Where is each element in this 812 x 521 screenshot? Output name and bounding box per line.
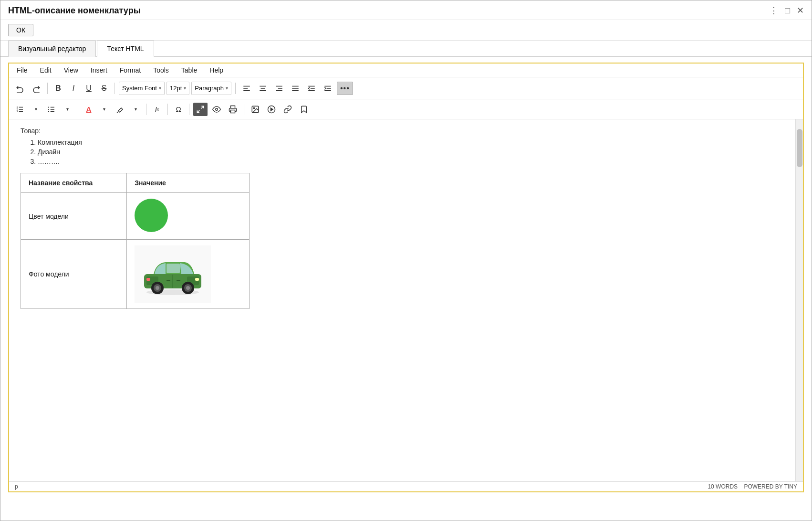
font-color-arrow[interactable]: ▾ [97, 103, 111, 116]
menu-file[interactable]: File [15, 65, 30, 75]
svg-rect-51 [195, 278, 199, 281]
editor-toolbar-1: B I U S System Font ▾ 12pt ▾ Paragraph ▾ [9, 77, 803, 99]
maximize-icon[interactable]: □ [785, 6, 790, 16]
editor-menubar: File Edit View Insert Format Tools Table… [9, 64, 803, 77]
status-info: 10 WORDS POWERED BY TINY [708, 483, 797, 490]
strikethrough-button[interactable]: S [97, 82, 111, 95]
menu-edit[interactable]: Edit [38, 65, 53, 75]
status-element: p [15, 483, 18, 490]
underline-button[interactable]: U [82, 82, 95, 95]
align-justify-button[interactable] [288, 82, 302, 95]
table-header-property: Название свойства [21, 173, 127, 193]
svg-rect-43 [167, 264, 180, 273]
highlight-arrow[interactable]: ▾ [129, 103, 142, 116]
indent-decrease-button[interactable] [304, 82, 319, 95]
table-header-value: Значение [127, 173, 250, 193]
font-family-dropdown[interactable]: System Font ▾ [119, 82, 165, 95]
bold-button[interactable]: B [52, 82, 65, 95]
separator-6 [167, 104, 168, 115]
undo-button[interactable] [13, 82, 27, 95]
separator-1 [47, 83, 48, 94]
tab-visual[interactable]: Визуальный редактор [8, 41, 96, 57]
font-size-dropdown[interactable]: 12pt ▾ [167, 82, 189, 95]
svg-point-49 [186, 286, 190, 290]
tab-html[interactable]: Текст HTML [97, 41, 154, 57]
font-size-arrow: ▾ [184, 85, 186, 91]
paragraph-arrow: ▾ [226, 85, 228, 91]
svg-marker-38 [271, 108, 273, 111]
separator-7 [189, 104, 189, 115]
table-cell-photo-property: Фото модели [21, 240, 127, 309]
svg-line-31 [201, 106, 204, 108]
word-count: 10 WORDS [708, 483, 738, 490]
svg-line-30 [117, 111, 118, 113]
tabs-row: Визуальный редактор Текст HTML [0, 41, 812, 57]
italic-button[interactable]: I [67, 82, 80, 95]
align-right-button[interactable] [272, 82, 286, 95]
menu-tools[interactable]: Tools [151, 65, 171, 75]
align-left-button[interactable] [239, 82, 254, 95]
svg-point-28 [48, 108, 49, 109]
scrollbar-thumb[interactable] [797, 129, 802, 167]
ok-button[interactable]: ОК [8, 24, 33, 36]
menu-help[interactable]: Help [208, 65, 225, 75]
preview-button[interactable] [209, 103, 224, 116]
status-bar: p 10 WORDS POWERED BY TINY [9, 481, 803, 491]
editor-toolbar-2: 123 ▾ ▾ A ▾ ▾ Ix Ω [9, 99, 803, 119]
vertical-scrollbar[interactable] [795, 119, 803, 481]
menu-icon[interactable]: ⋮ [770, 5, 778, 16]
redo-button[interactable] [29, 82, 43, 95]
svg-point-36 [253, 107, 254, 108]
highlight-button[interactable] [113, 103, 127, 116]
unordered-list-button[interactable] [44, 103, 59, 116]
menu-table[interactable]: Table [179, 65, 199, 75]
menu-format[interactable]: Format [118, 65, 143, 75]
ordered-list-button[interactable]: 123 [13, 103, 27, 116]
indent-increase-button[interactable] [321, 82, 335, 95]
menu-insert[interactable]: Insert [89, 65, 109, 75]
paragraph-dropdown[interactable]: Paragraph ▾ [191, 82, 231, 95]
separator-3 [235, 83, 236, 94]
menu-view[interactable]: View [62, 65, 80, 75]
separator-4 [78, 104, 78, 115]
more-button[interactable]: ••• [337, 82, 353, 95]
editor-content[interactable]: Товар: Комплектация Дизайн ………. Название… [9, 119, 795, 481]
svg-point-29 [48, 111, 49, 112]
fullscreen-button[interactable] [193, 103, 208, 116]
svg-point-27 [48, 106, 49, 107]
separator-5 [146, 104, 146, 115]
ordered-list-arrow[interactable]: ▾ [29, 103, 42, 116]
window-title: HTML-описание номенклатуры [8, 6, 141, 16]
editor-container: File Edit View Insert Format Tools Table… [8, 63, 804, 492]
color-circle [135, 199, 168, 232]
list-item-1: Комплектация [38, 138, 784, 146]
car-image [135, 245, 211, 303]
svg-rect-34 [231, 110, 235, 113]
bookmark-button[interactable] [297, 103, 311, 116]
content-table: Название свойства Значение Цвет модели [21, 173, 250, 309]
font-color-button[interactable]: A [82, 103, 95, 116]
font-family-arrow: ▾ [159, 85, 161, 91]
clear-format-button[interactable]: Ix [150, 103, 164, 116]
svg-text:3: 3 [17, 110, 18, 113]
media-button[interactable] [264, 103, 279, 116]
special-char-button[interactable]: Ω [172, 103, 185, 116]
svg-rect-53 [167, 280, 170, 281]
align-center-button[interactable] [256, 82, 270, 95]
content-list: Комплектация Дизайн ………. [38, 138, 784, 165]
svg-point-46 [156, 286, 159, 290]
image-button[interactable] [248, 103, 262, 116]
list-item-2: Дизайн [38, 148, 784, 156]
editor-content-wrapper: Товар: Комплектация Дизайн ………. Название… [9, 119, 803, 481]
unordered-list-arrow[interactable]: ▾ [61, 103, 74, 116]
table-row-photo: Фото модели [21, 240, 250, 309]
table-cell-color-value [127, 193, 250, 240]
table-header-row: Название свойства Значение [21, 173, 250, 193]
title-bar: HTML-описание номенклатуры ⋮ □ ✕ [0, 0, 812, 20]
close-icon[interactable]: ✕ [797, 5, 804, 16]
print-button[interactable] [226, 103, 240, 116]
car-svg [139, 253, 206, 296]
main-window: HTML-описание номенклатуры ⋮ □ ✕ ОК Визу… [0, 0, 812, 521]
table-cell-color-property: Цвет модели [21, 193, 127, 240]
link-button[interactable] [281, 103, 295, 116]
